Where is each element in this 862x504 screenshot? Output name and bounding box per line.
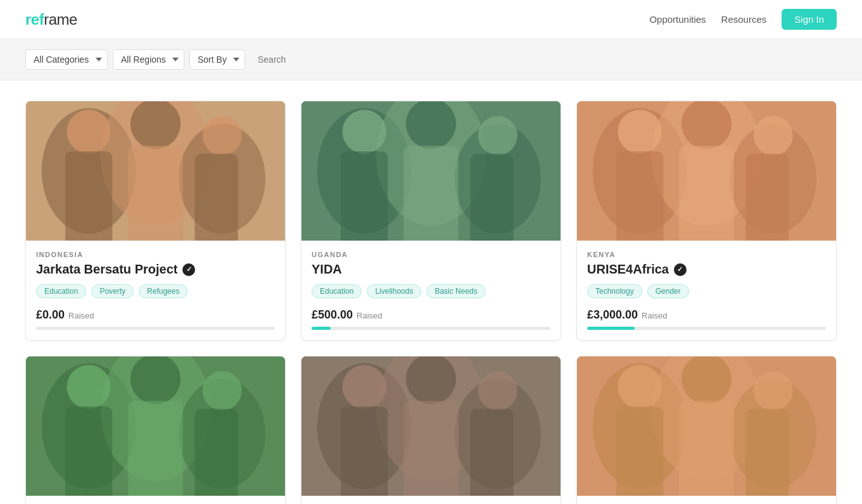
raised-amount: £500.00 [312, 308, 353, 322]
svg-point-44 [342, 365, 386, 408]
project-card[interactable]: INDONESIA Jarkata Bersatu Project ✓ Educ… [25, 101, 286, 341]
tag: Poverty [91, 284, 134, 298]
sort-dropdown[interactable]: Sort By [189, 49, 245, 70]
card-country: KENYA [587, 251, 826, 258]
card-body: INDONESIA Jarkata Bersatu Project ✓ Educ… [26, 241, 285, 340]
verified-icon: ✓ [674, 263, 687, 276]
svg-point-54 [618, 365, 661, 408]
signin-button[interactable]: Sign In [782, 9, 837, 30]
card-body [577, 496, 836, 504]
svg-rect-19 [470, 154, 513, 241]
tag: Basic Needs [426, 284, 485, 298]
progress-fill [312, 327, 331, 330]
svg-point-56 [754, 371, 793, 410]
raised-section: £3,000.00 Raised [587, 308, 826, 322]
svg-point-16 [478, 116, 517, 155]
svg-rect-7 [65, 151, 112, 241]
project-card[interactable] [576, 356, 837, 504]
svg-rect-9 [194, 154, 238, 241]
card-title: Jarkata Bersatu Project ✓ [36, 262, 275, 277]
card-tags: EducationPovertyRefugees [36, 284, 275, 298]
cards-grid: INDONESIA Jarkata Bersatu Project ✓ Educ… [0, 80, 862, 504]
project-card[interactable]: UGANDA YIDA EducationLivelihoodsBasic Ne… [301, 101, 561, 341]
svg-rect-28 [679, 146, 734, 241]
progress-bar [587, 327, 826, 330]
raised-section: £0.00 Raised [36, 308, 275, 322]
tag: Education [312, 284, 362, 298]
svg-rect-17 [341, 151, 388, 241]
categories-dropdown[interactable]: All Categories [25, 49, 108, 70]
card-country: UGANDA [312, 251, 550, 258]
search-input[interactable] [250, 50, 377, 69]
card-title: YIDA [312, 262, 550, 277]
svg-point-26 [754, 116, 793, 155]
raised-label: Raised [642, 311, 667, 320]
svg-rect-59 [745, 409, 789, 496]
filter-bar: All Categories All Regions Sort By [0, 39, 862, 80]
regions-dropdown[interactable]: All Regions [113, 49, 184, 70]
raised-label: Raised [357, 311, 382, 320]
card-body [301, 496, 561, 504]
card-image [577, 101, 836, 241]
card-image [577, 356, 836, 496]
progress-bar [36, 327, 275, 330]
card-image [26, 101, 285, 241]
svg-rect-39 [194, 409, 238, 496]
card-image [301, 101, 561, 241]
svg-point-34 [67, 365, 110, 408]
card-title: URISE4Africa ✓ [587, 262, 826, 277]
project-card[interactable] [25, 356, 286, 504]
svg-rect-18 [403, 146, 459, 241]
card-country: INDONESIA [36, 251, 275, 258]
svg-rect-47 [341, 406, 388, 496]
logo[interactable]: reframe [25, 11, 77, 28]
svg-point-46 [478, 371, 517, 410]
project-card[interactable]: KENYA URISE4Africa ✓ TechnologyGender £3… [576, 101, 837, 341]
nav-opportunities[interactable]: Opportunities [649, 14, 706, 25]
svg-rect-8 [128, 146, 183, 241]
card-body: UGANDA YIDA EducationLivelihoodsBasic Ne… [301, 241, 561, 340]
raised-amount: £0.00 [36, 308, 65, 322]
project-card[interactable] [301, 356, 561, 504]
verified-icon: ✓ [182, 263, 195, 276]
logo-frame: rame [44, 11, 77, 28]
card-image [301, 356, 561, 496]
svg-rect-48 [403, 401, 459, 496]
raised-amount: £3,000.00 [587, 308, 638, 322]
svg-rect-37 [65, 406, 112, 496]
header: reframe Opportunities Resources Sign In [0, 0, 862, 39]
svg-point-36 [203, 371, 242, 410]
svg-rect-58 [679, 401, 734, 496]
svg-rect-29 [745, 154, 789, 241]
nav: Opportunities Resources Sign In [649, 9, 837, 30]
card-image [26, 356, 285, 496]
progress-bar [312, 327, 550, 330]
tag: Livelihoods [367, 284, 421, 298]
card-tags: EducationLivelihoodsBasic Needs [312, 284, 550, 298]
card-body [26, 496, 285, 504]
card-body: KENYA URISE4Africa ✓ TechnologyGender £3… [577, 241, 836, 340]
card-tags: TechnologyGender [587, 284, 826, 298]
svg-point-6 [203, 116, 242, 155]
nav-resources[interactable]: Resources [721, 14, 767, 25]
raised-section: £500.00 Raised [312, 308, 550, 322]
tag: Gender [647, 284, 689, 298]
tag: Refugees [139, 284, 187, 298]
svg-point-4 [67, 110, 110, 153]
svg-rect-38 [128, 401, 183, 496]
logo-re: ref [25, 11, 44, 28]
svg-point-24 [618, 110, 661, 153]
svg-rect-49 [470, 409, 513, 496]
svg-point-14 [342, 110, 386, 153]
raised-label: Raised [68, 311, 94, 320]
progress-fill [587, 327, 635, 330]
svg-rect-27 [616, 151, 663, 241]
tag: Education [36, 284, 86, 298]
tag: Technology [587, 284, 642, 298]
svg-rect-57 [616, 406, 663, 496]
